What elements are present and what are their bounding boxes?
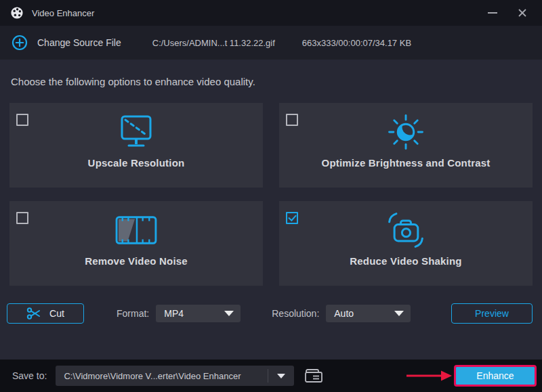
resolution-label: Resolution: <box>272 308 319 319</box>
save-path-caret[interactable] <box>268 374 294 378</box>
close-icon <box>517 7 528 18</box>
toolbar: Cut Format: MP4 Resolution: Auto Preview <box>7 303 533 324</box>
arrow-right-icon <box>405 370 453 382</box>
resolution-dropdown[interactable]: Auto <box>326 305 411 322</box>
plus-circle-icon <box>12 35 28 51</box>
save-path-value: C:\Vidmore\Vidmore V...erter\Video Enhan… <box>56 371 268 381</box>
option-card-remove-noise[interactable]: Remove Video Noise <box>9 201 263 286</box>
chevron-down-icon <box>394 311 404 316</box>
chevron-down-icon <box>224 311 234 316</box>
save-to-label: Save to: <box>12 370 47 381</box>
format-value: MP4 <box>164 308 224 319</box>
preview-label: Preview <box>475 308 509 319</box>
camera-shake-icon <box>279 208 533 253</box>
close-button[interactable] <box>515 5 530 20</box>
save-path-dropdown[interactable]: C:\Vidmore\Vidmore V...erter\Video Enhan… <box>56 366 294 386</box>
option-label: Upscale Resolution <box>9 157 263 169</box>
cut-label: Cut <box>49 308 64 319</box>
source-file-bar: Change Source File C:/Users/ADMIN...t 11… <box>0 26 542 60</box>
option-label: Remove Video Noise <box>9 255 263 267</box>
minimize-button[interactable] <box>485 5 500 20</box>
video-enhancer-window: Video Enhancer Change Source File C:/Use… <box>0 0 542 392</box>
change-source-file-button[interactable]: Change Source File <box>12 35 121 51</box>
option-card-optimize-brightness[interactable]: Optimize Brightness and Contrast <box>279 103 533 188</box>
option-label: Reduce Video Shaking <box>279 255 533 267</box>
change-source-file-label: Change Source File <box>37 37 121 48</box>
minimize-icon <box>488 12 497 14</box>
brightness-contrast-icon <box>279 110 533 154</box>
enhance-options-grid: Upscale Resolution <box>9 103 533 286</box>
red-arrow-annotation <box>405 370 453 382</box>
film-noise-icon <box>9 208 263 253</box>
option-card-upscale-resolution[interactable]: Upscale Resolution <box>9 103 263 188</box>
instruction-text: Choose the following options to enhance … <box>0 60 542 103</box>
folder-icon <box>304 368 323 384</box>
enhance-button[interactable]: Enhance <box>456 367 535 385</box>
window-title: Video Enhancer <box>32 8 94 18</box>
footer-bar: Save to: C:\Vidmore\Vidmore V...erter\Vi… <box>0 360 542 392</box>
format-dropdown[interactable]: MP4 <box>156 305 241 322</box>
scissors-icon <box>26 306 41 321</box>
chevron-down-icon <box>277 374 285 378</box>
option-label: Optimize Brightness and Contrast <box>279 157 533 169</box>
source-file-path: C:/Users/ADMIN...t 11.32.22.gif <box>152 38 275 48</box>
resolution-value: Auto <box>334 308 394 319</box>
window-controls <box>485 5 530 20</box>
cut-button[interactable]: Cut <box>7 303 84 324</box>
monitor-upscale-icon <box>9 110 263 154</box>
format-label: Format: <box>117 308 149 319</box>
source-file-info: 663x333/00:00:07/34.17 KB <box>302 38 411 48</box>
titlebar: Video Enhancer <box>0 0 542 26</box>
option-card-reduce-shaking[interactable]: Reduce Video Shaking <box>279 201 533 286</box>
enhance-highlight-box: Enhance <box>454 365 537 387</box>
palette-icon <box>10 6 24 20</box>
open-folder-button[interactable] <box>304 368 323 384</box>
enhance-label: Enhance <box>476 370 514 381</box>
preview-button[interactable]: Preview <box>451 303 533 324</box>
